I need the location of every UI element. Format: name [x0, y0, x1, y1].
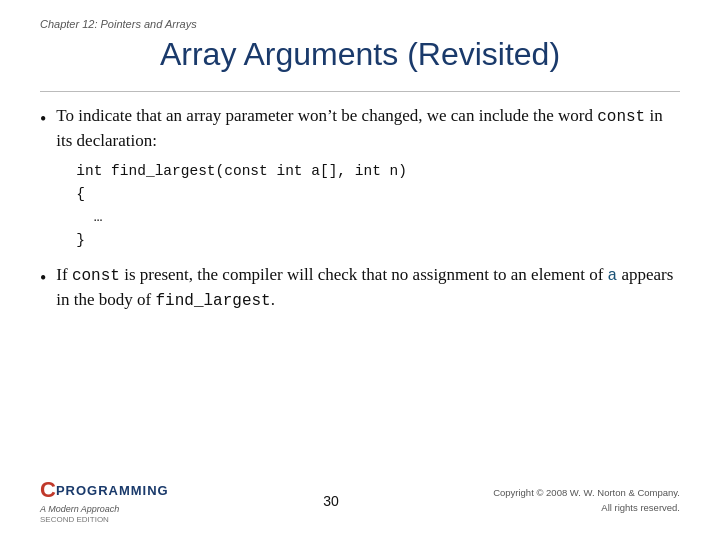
chapter-label: Chapter 12: Pointers and Arrays: [40, 18, 680, 30]
slide-page: Chapter 12: Pointers and Arrays Array Ar…: [0, 0, 720, 540]
divider: [40, 91, 680, 92]
footer: C PROGRAMMING A Modern Approach SECOND E…: [0, 477, 720, 524]
bullet-text-1: To indicate that an array parameter won’…: [56, 104, 680, 253]
logo-subtitle: A Modern Approach: [40, 504, 119, 514]
code-line-4: }: [76, 229, 680, 252]
bullet2-text-before: If: [56, 265, 72, 284]
code-line-2: {: [76, 183, 680, 206]
footer-copyright: Copyright © 2008 W. W. Norton & Company.…: [493, 486, 680, 515]
logo-programming: PROGRAMMING: [56, 483, 169, 498]
bullet2-code3: find_largest: [155, 292, 270, 310]
bullet2-text-end: .: [271, 290, 275, 309]
bullet-dot-1: •: [40, 106, 46, 132]
bullet-item-1: • To indicate that an array parameter wo…: [40, 104, 680, 253]
code-block-1: int find_largest(const int a[], int n) {…: [76, 160, 680, 253]
logo-edition: SECOND EDITION: [40, 515, 109, 524]
code-line-1: int find_largest(const int a[], int n): [76, 160, 680, 183]
bullet2-code2: a: [608, 267, 618, 285]
all-rights-text: All rights reserved.: [601, 502, 680, 513]
bullet2-code1: const: [72, 267, 120, 285]
page-number: 30: [323, 493, 339, 509]
bullet-dot-2: •: [40, 265, 46, 291]
bullet1-text-before: To indicate that an array parameter won’…: [56, 106, 597, 125]
slide-title: Array Arguments (Revisited): [40, 36, 680, 73]
bullet2-text-middle: is present, the compiler will check that…: [120, 265, 608, 284]
code-line-3: …: [76, 206, 680, 229]
copyright-text: Copyright © 2008 W. W. Norton & Company.: [493, 487, 680, 498]
bullet-item-2: • If const is present, the compiler will…: [40, 263, 680, 313]
logo-c: C: [40, 477, 56, 503]
bullet-text-2: If const is present, the compiler will c…: [56, 263, 680, 313]
footer-logo: C PROGRAMMING A Modern Approach SECOND E…: [40, 477, 169, 524]
bullet1-code1: const: [597, 108, 645, 126]
logo-top-line: C PROGRAMMING: [40, 477, 169, 503]
